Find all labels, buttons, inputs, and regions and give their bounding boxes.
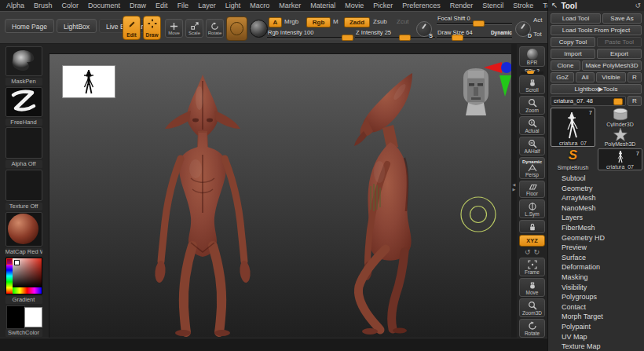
slider-knob[interactable]	[527, 71, 534, 74]
tool-subpalette-row[interactable]: Contact	[551, 302, 642, 313]
panel-menu-icon[interactable]: ↺	[635, 2, 641, 9]
zoom-button[interactable]: Zoom	[519, 96, 545, 115]
home-page-button[interactable]: Home Page	[5, 19, 54, 33]
m-toggle[interactable]: M	[333, 18, 338, 25]
goz-all-button[interactable]: All	[576, 72, 595, 82]
menu-item[interactable]: Stencil	[482, 2, 503, 9]
tool-subpalette-row[interactable]: Preview	[551, 243, 642, 253]
actual-button[interactable]: Actual	[519, 116, 545, 135]
menu-item[interactable]: Alpha	[6, 2, 24, 9]
xyz-rotation-axis-button[interactable]: XYZ	[519, 235, 545, 247]
alpha-picker[interactable]	[5, 127, 42, 159]
slider-knob[interactable]	[342, 35, 353, 41]
menu-item[interactable]: Brush	[34, 2, 53, 9]
tool-subpalette-row[interactable]: Geometry	[551, 184, 642, 194]
copy-tool-button[interactable]: Copy Tool	[551, 37, 595, 47]
current-brush-tile[interactable]	[226, 16, 247, 41]
slider-knob[interactable]	[399, 35, 411, 41]
tool-subpalette-row[interactable]: Layers	[551, 213, 642, 223]
tool-subpalette-row[interactable]: Surface	[551, 253, 642, 263]
slider-knob[interactable]	[473, 20, 485, 27]
hue-strip-horizontal[interactable]	[13, 287, 42, 294]
draw-dial[interactable]: D	[515, 21, 531, 37]
tool-subpalette-row[interactable]: UV Map	[551, 332, 642, 342]
texture-picker[interactable]	[5, 170, 42, 201]
tool-subpalette-row[interactable]: Morph Target	[551, 312, 642, 322]
export-button[interactable]: Export	[597, 49, 642, 59]
move-canvas-button[interactable]: Move	[519, 278, 545, 297]
tool-thumb-simplebrush[interactable]: S SimpleBrush	[551, 148, 595, 170]
menu-item[interactable]: Draw	[130, 2, 146, 9]
import-button[interactable]: Import	[551, 49, 595, 59]
tool-subpalette-row[interactable]: Deformation	[551, 262, 642, 272]
move-button[interactable]: Move	[165, 19, 183, 38]
slider-knob[interactable]	[452, 35, 463, 41]
brush-picker-maskpen[interactable]	[5, 46, 42, 76]
tool-thumb-polymesh3d[interactable]: PolyMesh3D	[598, 128, 642, 147]
menu-item[interactable]: Material	[310, 2, 335, 9]
tool-subpalette-row[interactable]: Masking	[551, 272, 642, 283]
draw-button[interactable]: Draw	[143, 16, 161, 40]
floor-button[interactable]: Floor	[519, 181, 545, 198]
panel-splitter[interactable]: ◀▶	[511, 44, 517, 351]
lightbox-button[interactable]: LightBox	[57, 19, 97, 33]
document-preview-thumbnail[interactable]	[62, 65, 115, 98]
mrgb-toggle[interactable]: Mrgb	[284, 18, 298, 25]
menu-item[interactable]: Stroke	[513, 2, 533, 9]
rgb-intensity-slider[interactable]: Rgb Intensity 100	[267, 29, 352, 42]
draw-size-slider[interactable]: Draw Size 64 Dynamic	[437, 29, 512, 42]
paint-a-toggle[interactable]: A	[269, 17, 282, 27]
scroll-button[interactable]: Scroll	[519, 75, 545, 94]
persp-button[interactable]: Dynamic Persp	[519, 157, 545, 179]
slider-knob[interactable]	[613, 98, 623, 105]
tool-thumb-selected-criatura[interactable]: 7 criatura_07	[551, 108, 595, 147]
tool-thumb-cylinder3d[interactable]: Cylinder3D	[598, 108, 642, 127]
menu-item[interactable]: Movie	[345, 2, 364, 9]
menu-item[interactable]: Light	[225, 2, 241, 9]
rgb-toggle[interactable]: Rgb	[306, 17, 331, 27]
frame-button[interactable]: Frame	[519, 258, 545, 276]
bpr-button[interactable]: BPR	[519, 46, 545, 67]
dynamic-toggle[interactable]: Dynamic	[491, 30, 512, 35]
main-color-swatch[interactable]	[6, 305, 25, 329]
color-picker[interactable]	[5, 258, 42, 295]
tool-subpalette-row[interactable]: Texture Map	[551, 342, 642, 351]
load-tool-button[interactable]: Load Tool	[551, 13, 601, 24]
rotate-canvas-button[interactable]: Rotate	[519, 319, 545, 338]
menu-item[interactable]: Layer	[198, 2, 216, 9]
menu-item[interactable]: Render	[450, 2, 474, 9]
menu-item[interactable]: File	[177, 2, 189, 9]
goz-visible-button[interactable]: Visible	[596, 72, 626, 82]
focal-shift-slider[interactable]: Focal Shift 0	[437, 15, 512, 27]
tool-subpalette-row[interactable]: Geometry HD	[551, 233, 642, 243]
lightbox-tools-button[interactable]: Lightbox▶Tools	[551, 84, 642, 94]
tool-subpalette-row[interactable]: ArrayMesh	[551, 193, 642, 203]
zsub-toggle[interactable]: Zsub	[373, 18, 387, 25]
spix-slider[interactable]: SPix 3	[520, 68, 544, 74]
transparency-lock-button[interactable]	[519, 220, 545, 233]
tool-subpalette-row[interactable]: FiberMesh	[551, 223, 642, 233]
menu-item[interactable]: Preferences	[402, 2, 441, 9]
tool-thumb-recent-criatura[interactable]: 7 criatura_07	[598, 148, 642, 170]
rotation-mode-icons[interactable]: ↺ ↻	[525, 248, 540, 256]
tool-r-button[interactable]: R	[628, 96, 642, 106]
orientation-axis-widget[interactable]	[483, 60, 511, 104]
free-rotate-icon[interactable]: ↺	[525, 248, 531, 256]
edit-button[interactable]: Edit	[123, 16, 141, 40]
tool-subpalette-row[interactable]: Subtool	[551, 174, 642, 184]
sculpt-viewport[interactable]	[49, 53, 512, 339]
stroke-dial[interactable]: S	[416, 21, 432, 37]
secondary-color-swatch[interactable]	[24, 307, 42, 327]
load-tools-from-project-button[interactable]: Load Tools From Project	[551, 25, 642, 35]
zadd-toggle[interactable]: Zadd	[344, 17, 370, 27]
menu-item[interactable]: Color	[62, 2, 79, 9]
material-picker-matcap-red-wax[interactable]	[5, 212, 42, 247]
switch-color-swatches[interactable]	[6, 305, 42, 327]
current-material-sphere[interactable]	[250, 20, 268, 38]
tool-subpalette-row[interactable]: Visibility	[551, 283, 642, 293]
tool-subpalette-row[interactable]: NanoMesh	[551, 203, 642, 214]
scale-button[interactable]: Scale	[185, 19, 203, 38]
paste-tool-button[interactable]: Paste Tool	[597, 37, 642, 47]
goz-r-button[interactable]: R	[628, 72, 642, 82]
menu-item[interactable]: Edit	[156, 2, 168, 9]
